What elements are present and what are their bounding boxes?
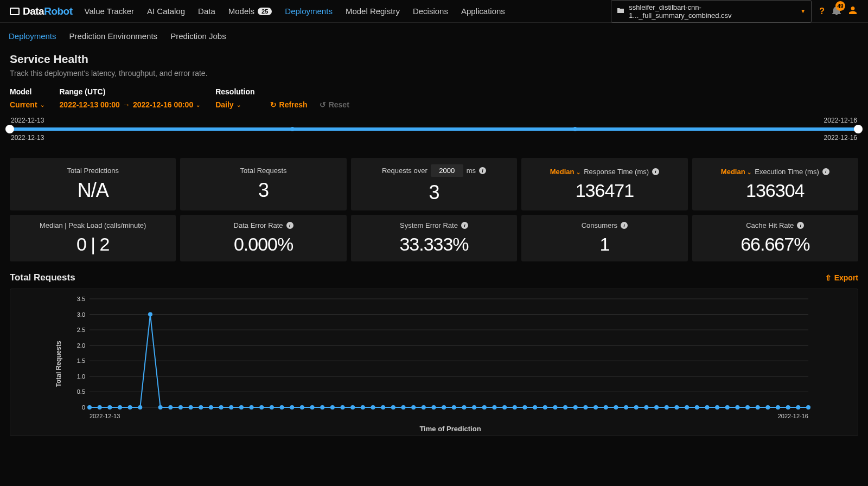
svg-text:1.5: 1.5 bbox=[77, 357, 85, 364]
models-count-badge: 25 bbox=[258, 8, 272, 15]
info-icon[interactable]: i bbox=[652, 168, 659, 175]
time-slider[interactable]: 2022-12-13 2022-12-16 2022-12-13 2022-12… bbox=[10, 117, 858, 142]
slider-handle-end[interactable] bbox=[854, 125, 863, 133]
info-icon[interactable]: i bbox=[797, 222, 804, 229]
refresh-button[interactable]: ↻ Refresh bbox=[270, 100, 308, 109]
notifications-icon[interactable]: 49 bbox=[832, 5, 841, 17]
card-consumers: Consumersi 1 bbox=[521, 215, 687, 261]
requests-chart: Total Requests 00.51.01.52.02.53.03.5 20… bbox=[15, 293, 853, 434]
nav-deployments[interactable]: Deployments bbox=[278, 1, 339, 21]
nav-data[interactable]: Data bbox=[192, 1, 222, 21]
svg-text:2022-12-13: 2022-12-13 bbox=[90, 413, 120, 419]
svg-point-56 bbox=[482, 405, 487, 410]
svg-point-71 bbox=[634, 405, 639, 410]
svg-point-30 bbox=[219, 405, 224, 410]
svg-point-46 bbox=[381, 405, 385, 410]
svg-text:Time of Prediction: Time of Prediction bbox=[419, 425, 481, 433]
svg-point-53 bbox=[452, 405, 456, 410]
filter-range: Range (UTC) 2022-12-13 00:00 → 2022-12-1… bbox=[60, 87, 201, 109]
export-button[interactable]: ⇧ Export bbox=[825, 273, 858, 282]
svg-point-41 bbox=[330, 405, 335, 410]
svg-text:0: 0 bbox=[82, 404, 85, 411]
nav-models[interactable]: Models25 bbox=[222, 1, 279, 21]
subnav-prediction-jobs[interactable]: Prediction Jobs bbox=[165, 29, 232, 43]
filter-model-value[interactable]: Current ⌄ bbox=[10, 100, 44, 109]
slider-track[interactable] bbox=[10, 127, 858, 131]
logo-text-data: Data bbox=[23, 5, 44, 17]
svg-point-33 bbox=[250, 405, 254, 410]
filter-resolution-value[interactable]: Daily ⌄ bbox=[215, 100, 254, 109]
svg-point-44 bbox=[361, 405, 365, 410]
svg-point-47 bbox=[391, 405, 395, 410]
svg-point-24 bbox=[158, 405, 163, 410]
svg-point-66 bbox=[583, 405, 588, 410]
svg-point-85 bbox=[776, 405, 780, 410]
chart-section: Total Requests ⇧ Export Total Requests 0… bbox=[10, 272, 858, 436]
info-icon[interactable]: i bbox=[461, 222, 468, 229]
chart-container: Total Requests 00.51.01.52.02.53.03.5 20… bbox=[10, 289, 858, 436]
filter-range-value[interactable]: 2022-12-13 00:00 → 2022-12-16 00:00 ⌄ bbox=[60, 100, 201, 109]
info-icon[interactable]: i bbox=[479, 167, 486, 174]
nav-decisions[interactable]: Decisions bbox=[406, 1, 455, 21]
svg-point-62 bbox=[543, 405, 547, 410]
svg-point-39 bbox=[310, 405, 315, 410]
logo[interactable]: DataRobot bbox=[4, 5, 78, 17]
card-requests-over: Requests over ms i 3 bbox=[351, 158, 517, 210]
requests-over-threshold-input[interactable] bbox=[431, 164, 463, 177]
chevron-down-icon: ⌄ bbox=[576, 169, 580, 175]
card-total-requests: Total Requests 3 bbox=[180, 158, 346, 210]
svg-point-68 bbox=[604, 405, 608, 410]
card-response-time: Median ⌄ Response Time (ms) i 136471 bbox=[521, 158, 687, 210]
svg-point-69 bbox=[614, 405, 618, 410]
card-cache-hit-rate: Cache Hit Ratei 66.667% bbox=[692, 215, 858, 261]
filters-bar: Model Current ⌄ Range (UTC) 2022-12-13 0… bbox=[10, 87, 858, 109]
topbar-right: sshleifer_distilbart-cnn-1..._full_summa… bbox=[611, 0, 864, 23]
svg-point-17 bbox=[87, 405, 92, 410]
svg-point-87 bbox=[796, 405, 800, 410]
svg-point-80 bbox=[725, 405, 730, 410]
svg-text:3.5: 3.5 bbox=[77, 296, 85, 302]
user-icon[interactable] bbox=[848, 6, 857, 16]
svg-point-59 bbox=[513, 405, 517, 410]
logo-text-robot: Robot bbox=[44, 5, 72, 17]
median-dropdown[interactable]: Median ⌄ bbox=[721, 168, 751, 176]
svg-text:Total Requests: Total Requests bbox=[55, 341, 62, 387]
svg-point-19 bbox=[107, 405, 112, 410]
subnav-prediction-environments[interactable]: Prediction Environments bbox=[64, 29, 163, 43]
info-icon[interactable]: i bbox=[286, 222, 293, 229]
svg-point-48 bbox=[401, 405, 406, 410]
svg-point-52 bbox=[442, 405, 446, 410]
svg-point-83 bbox=[756, 405, 760, 410]
svg-point-54 bbox=[462, 405, 466, 410]
page-title: Service Health bbox=[10, 53, 858, 66]
nav-value-tracker[interactable]: Value Tracker bbox=[78, 1, 141, 21]
nav-ai-catalog[interactable]: AI Catalog bbox=[141, 1, 192, 21]
svg-point-61 bbox=[533, 405, 537, 410]
slider-handle-start[interactable] bbox=[5, 125, 14, 133]
reset-button[interactable]: ↺ Reset bbox=[320, 100, 349, 109]
svg-point-49 bbox=[411, 405, 416, 410]
svg-point-72 bbox=[644, 405, 648, 410]
logo-icon bbox=[10, 8, 20, 15]
filter-model-label: Model bbox=[10, 87, 44, 96]
help-icon[interactable]: ? bbox=[819, 7, 825, 16]
svg-point-75 bbox=[674, 405, 679, 410]
svg-point-26 bbox=[178, 405, 183, 410]
card-data-error-rate: Data Error Ratei 0.000% bbox=[180, 215, 346, 261]
chart-title: Total Requests bbox=[10, 272, 75, 283]
chevron-down-icon: ⌄ bbox=[196, 102, 200, 108]
svg-point-32 bbox=[239, 405, 244, 410]
median-dropdown[interactable]: Median ⌄ bbox=[550, 168, 580, 176]
nav-applications[interactable]: Applications bbox=[455, 1, 512, 21]
svg-point-51 bbox=[432, 405, 436, 410]
svg-point-81 bbox=[735, 405, 739, 410]
nav-model-registry[interactable]: Model Registry bbox=[339, 1, 406, 21]
svg-point-37 bbox=[290, 405, 294, 410]
info-icon[interactable]: i bbox=[822, 168, 829, 175]
info-icon[interactable]: i bbox=[621, 222, 628, 229]
metrics-row-1: Total Predictions N/A Total Requests 3 R… bbox=[10, 158, 858, 210]
svg-point-45 bbox=[371, 405, 375, 410]
svg-point-22 bbox=[138, 405, 142, 410]
subnav-deployments[interactable]: Deployments bbox=[3, 29, 62, 43]
project-selector[interactable]: sshleifer_distilbart-cnn-1..._full_summa… bbox=[611, 0, 812, 23]
